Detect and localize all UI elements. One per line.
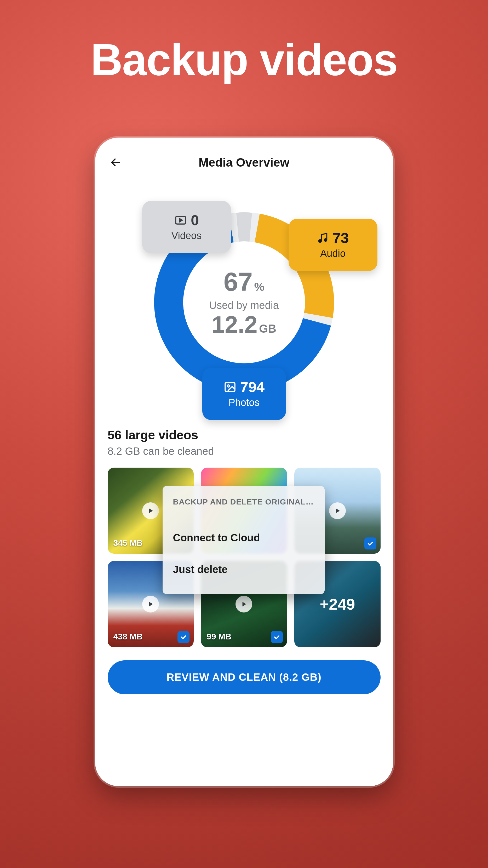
large-videos-title: 56 large videos [108,428,381,442]
play-icon [329,502,346,519]
video-grid: 345 MB 438 MB 99 MB +249 BACKUP AND DE [108,468,381,647]
phone-frame: Media Overview 67% Used by media 12.2GB … [95,137,393,786]
tile-size-label: 99 MB [207,632,231,642]
badge-videos[interactable]: 0 Videos [142,201,231,253]
play-icon [235,596,252,613]
promo-hero-title: Backup videos [91,34,397,85]
svg-point-5 [324,239,327,241]
app-header: Media Overview [108,153,381,172]
arrow-left-icon [110,157,121,168]
usage-percent: 67 [224,267,253,297]
popup-header: BACKUP AND DELETE ORIGINAL… [173,497,314,506]
badge-photos[interactable]: 794 Photos [202,368,286,420]
photos-label: Photos [228,397,259,408]
selected-check-icon[interactable] [271,631,283,643]
audio-label: Audio [320,248,346,259]
page-title: Media Overview [108,155,381,169]
popup-option-connect-cloud[interactable]: Connect to Cloud [173,522,314,554]
backup-delete-popup: BACKUP AND DELETE ORIGINAL… Connect to C… [163,486,325,594]
usage-size: 12.2 [212,311,257,338]
svg-point-7 [227,385,229,387]
selected-check-icon[interactable] [177,631,190,643]
back-button[interactable] [108,155,123,170]
tile-size-label: 438 MB [113,632,143,642]
tile-size-label: 345 MB [113,538,143,548]
play-icon [142,596,159,613]
review-and-clean-button[interactable]: REVIEW AND CLEAN (8.2 GB) [108,660,381,694]
media-usage-donut: 67% Used by media 12.2GB 0 Videos 73 Aud… [148,206,341,399]
video-icon [174,214,187,227]
music-icon [317,232,329,244]
photo-icon [224,380,236,394]
selected-check-icon[interactable] [364,537,377,550]
svg-point-4 [319,240,322,242]
svg-marker-3 [180,218,182,222]
usage-size-unit: GB [259,322,276,335]
large-videos-subtitle: 8.2 GB can be cleaned [108,445,381,457]
percent-sign: % [254,280,264,293]
svg-marker-11 [242,602,246,606]
svg-marker-10 [149,602,153,606]
usage-subtitle: Used by media [209,300,279,311]
photos-count: 794 [240,378,264,396]
play-icon [142,502,159,519]
popup-option-just-delete[interactable]: Just delete [173,554,314,585]
badge-audio[interactable]: 73 Audio [289,219,378,271]
videos-label: Videos [171,230,202,241]
audio-count: 73 [332,229,349,246]
donut-center-stats: 67% Used by media 12.2GB [209,267,279,338]
svg-marker-9 [336,508,339,513]
videos-count: 0 [191,212,199,228]
svg-marker-8 [149,508,153,513]
